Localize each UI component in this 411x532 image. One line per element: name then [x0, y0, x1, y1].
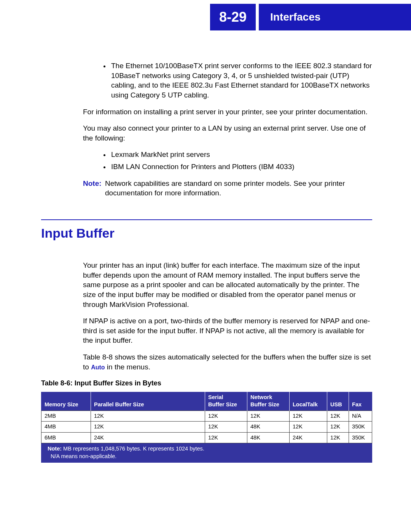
- table-row: 4MB 12K 12K 48K 12K 12K 350K: [41, 422, 372, 433]
- table-row: 2MB 12K 12K 12K 12K 12K N/A: [41, 411, 372, 422]
- cell: 12K: [327, 432, 349, 443]
- cell: 24K: [290, 432, 327, 443]
- chapter-title-box: Interfaces: [259, 4, 411, 30]
- bullet-list-1: The Ethernet 10/100BaseTX print server c…: [110, 61, 372, 100]
- col-header-localtalk: LocalTalk: [290, 392, 327, 411]
- note-label: Note:: [83, 179, 105, 198]
- table-row: 6MB 24K 12K 48K 24K 12K 350K: [41, 432, 372, 443]
- table-footnote-row: Note: MB represents 1,048,576 bytes. K r…: [41, 443, 372, 462]
- paragraph: Your printer has an input (link) buffer …: [83, 260, 372, 309]
- bullet-list-2: Lexmark MarkNet print servers IBM LAN Co…: [110, 150, 372, 171]
- footnote-label: Note:: [48, 446, 62, 452]
- col-header-parallel: Parallel Buffer Size: [91, 392, 205, 411]
- col-header-network: NetworkBuffer Size: [247, 392, 290, 411]
- inline-keyword: Auto: [91, 364, 105, 371]
- section-divider: [41, 219, 372, 220]
- col-header-fax: Fax: [349, 392, 372, 411]
- cell: 6MB: [41, 432, 91, 443]
- cell: 350K: [349, 432, 372, 443]
- footnote-text-2: N/A means non-applicable.: [51, 453, 116, 459]
- chapter-title: Interfaces: [270, 11, 320, 23]
- cell: 12K: [290, 411, 327, 422]
- page-number-box: 8-29: [210, 4, 256, 30]
- paragraph: Table 8-8 shows the sizes automatically …: [83, 352, 372, 372]
- cell: 48K: [247, 422, 290, 433]
- footnote-text-1: MB represents 1,048,576 bytes. K represe…: [62, 446, 204, 452]
- table-caption: Table 8-6: Input Buffer Sizes in Bytes: [41, 379, 372, 388]
- cell: 48K: [247, 432, 290, 443]
- note-block: Note: Network capabilities are standard …: [83, 179, 372, 198]
- table-footnote: Note: MB represents 1,048,576 bytes. K r…: [41, 443, 372, 462]
- page-header: 8-29 Interfaces: [210, 4, 411, 30]
- list-item: IBM LAN Connection for Printers and Plot…: [110, 162, 372, 172]
- cell: 12K: [91, 411, 205, 422]
- text-fragment: in the menus.: [105, 363, 150, 371]
- section-heading: Input Buffer: [41, 225, 372, 242]
- cell: 2MB: [41, 411, 91, 422]
- cell: N/A: [349, 411, 372, 422]
- cell: 12K: [327, 411, 349, 422]
- cell: 12K: [327, 422, 349, 433]
- cell: 12K: [290, 422, 327, 433]
- paragraph: If NPAP is active on a port, two-thirds …: [83, 316, 372, 345]
- col-header-memory: Memory Size: [41, 392, 91, 411]
- cell: 12K: [205, 411, 247, 422]
- list-item: The Ethernet 10/100BaseTX print server c…: [110, 61, 372, 100]
- cell: 350K: [349, 422, 372, 433]
- cell: 12K: [205, 422, 247, 433]
- col-header-serial: SerialBuffer Size: [205, 392, 247, 411]
- buffer-sizes-table: Memory Size Parallel Buffer Size SerialB…: [41, 392, 372, 463]
- table-header-row: Memory Size Parallel Buffer Size SerialB…: [41, 392, 372, 411]
- cell: 24K: [91, 432, 205, 443]
- paragraph: You may also connect your printer to a L…: [83, 123, 372, 143]
- note-text: Network capabilities are standard on som…: [105, 179, 372, 198]
- cell: 12K: [247, 411, 290, 422]
- cell: 12K: [91, 422, 205, 433]
- col-header-usb: USB: [327, 392, 349, 411]
- paragraph: For information on installing a print se…: [83, 107, 372, 117]
- page-number: 8-29: [219, 9, 247, 25]
- page-content: The Ethernet 10/100BaseTX print server c…: [41, 61, 372, 463]
- cell: 4MB: [41, 422, 91, 433]
- list-item: Lexmark MarkNet print servers: [110, 150, 372, 160]
- cell: 12K: [205, 432, 247, 443]
